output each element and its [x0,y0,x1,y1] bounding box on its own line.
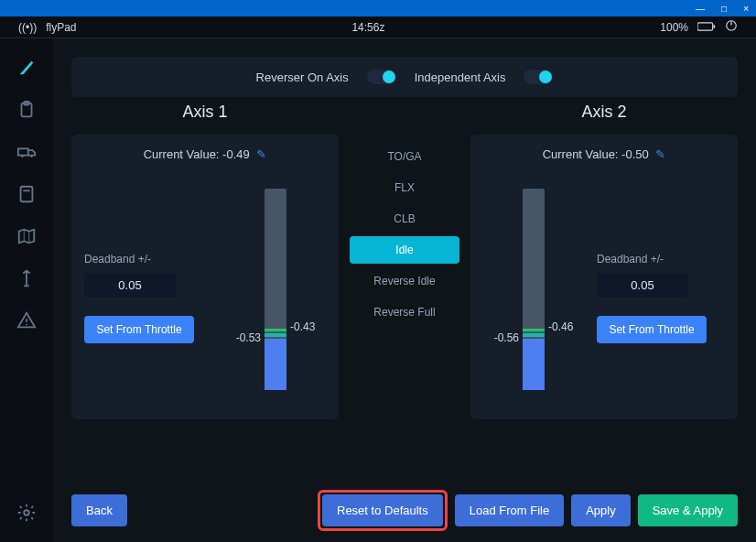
detent-clb[interactable]: CLB [350,205,459,233]
save-apply-button[interactable]: Save & Apply [638,494,738,526]
close-button[interactable]: × [743,4,749,14]
axis2-title: Axis 2 [470,103,738,122]
svg-point-8 [30,155,33,157]
axis-toggle-row: Reverser On Axis Independent Axis [71,57,738,97]
window-titlebar: — □ × [0,0,756,16]
axis1-set-from-throttle-button[interactable]: Set From Throttle [84,316,194,343]
clock: 14:56z [77,21,661,34]
reset-defaults-button[interactable]: Reset to Defaults [322,494,443,526]
nav-calculator-icon[interactable] [14,181,39,207]
nav-tower-icon[interactable] [14,266,39,291]
axis1-deadband-input[interactable] [84,273,176,298]
back-button[interactable]: Back [71,494,127,526]
nav-warning-icon[interactable] [14,308,39,333]
svg-rect-6 [18,148,28,155]
status-bar: ((•)) flyPad 14:56z 100% [0,16,756,38]
detent-toga[interactable]: TO/GA [350,143,459,170]
axis1-column: Axis 1 Current Value: -0.49 ✎ Deadband +… [71,103,339,419]
reverser-axis-label: Reverser On Axis [256,70,349,84]
reverser-axis-toggle[interactable] [367,70,396,84]
axis2-column: Axis 2 Current Value: -0.50 ✎ -0.56 [470,103,738,419]
axis2-panel: Current Value: -0.50 ✎ -0.56 -0.46 [470,135,738,419]
sidebar [0,38,53,542]
edit-icon[interactable]: ✎ [655,147,665,161]
nav-clipboard-icon[interactable] [14,97,39,123]
battery-percent: 100% [660,21,688,34]
independent-axis-label: Independent Axis [415,70,506,84]
axis2-gauge-low: -0.56 [494,331,519,344]
detent-column: TO/GA FLX CLB Idle Reverse Idle Reverse … [350,103,459,419]
content-area: Reverser On Axis Independent Axis Axis 1… [53,38,756,542]
nav-settings-icon[interactable] [14,500,39,526]
minimize-button[interactable]: — [696,4,705,14]
axis2-gauge-high: -0.46 [548,320,573,333]
detent-idle[interactable]: Idle [350,236,459,264]
power-icon[interactable] [725,19,738,35]
axis1-title: Axis 1 [71,103,339,122]
axis1-gauge: -0.53 -0.43 [225,172,326,406]
detent-reverse-idle[interactable]: Reverse Idle [350,267,459,295]
detent-flx[interactable]: FLX [350,174,459,201]
axis2-deadband-label: Deadband +/- [597,253,725,266]
axis1-deadband-label: Deadband +/- [84,253,212,266]
broadcast-icon: ((•)) [18,21,37,34]
axis1-gauge-low: -0.53 [236,331,261,344]
nav-map-icon[interactable] [14,223,39,249]
axis2-current-value: Current Value: -0.50 [543,147,649,161]
axis1-gauge-high: -0.43 [290,320,315,333]
svg-point-14 [26,324,27,326]
svg-rect-0 [697,22,713,29]
highlight-box: Reset to Defaults [318,490,448,531]
nav-truck-icon[interactable] [14,139,39,165]
axis2-set-from-throttle-button[interactable]: Set From Throttle [597,316,707,343]
axis1-current-value: Current Value: -0.49 [144,147,250,161]
independent-axis-toggle[interactable] [524,70,553,84]
load-from-file-button[interactable]: Load From File [455,494,564,526]
nav-tail-icon[interactable] [14,55,39,81]
axis2-gauge: -0.56 -0.46 [483,172,584,406]
axis1-panel: Current Value: -0.49 ✎ Deadband +/- Set … [71,135,339,419]
svg-rect-1 [714,25,716,27]
app-name: flyPad [46,21,76,34]
detent-reverse-full[interactable]: Reverse Full [350,298,459,326]
axis2-deadband-input[interactable] [597,273,688,298]
battery-icon [697,21,716,34]
svg-point-15 [24,510,29,515]
svg-point-7 [21,155,24,157]
edit-icon[interactable]: ✎ [256,147,266,161]
svg-rect-9 [21,187,33,202]
apply-button[interactable]: Apply [571,494,631,526]
maximize-button[interactable]: □ [721,4,727,14]
footer-row: Back Reset to Defaults Load From File Ap… [71,490,738,531]
